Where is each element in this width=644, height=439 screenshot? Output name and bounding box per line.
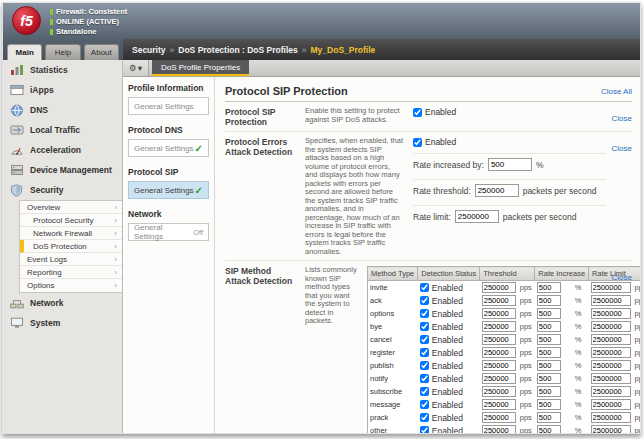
invite-enabled-checkbox[interactable] [420, 283, 429, 292]
register-threshold-input[interactable] [482, 347, 516, 358]
panel-item-protocol-sip-general-settings[interactable]: General Settings✓ [128, 181, 209, 199]
sidebar-item-network[interactable]: Network [3, 293, 122, 313]
panel-item-profile-information-general-settings[interactable]: General Settings [128, 97, 209, 115]
panel-section-protocol-dns: Protocol DNSGeneral Settings✓ [128, 125, 209, 157]
bye-rate-increase-input[interactable] [537, 321, 561, 332]
sidebar-item-statistics[interactable]: Statistics [3, 60, 122, 80]
sip-method-table: Method TypeDetection StatusThresholdRate… [367, 266, 641, 434]
sidebar-item-dns[interactable]: DNS [3, 100, 122, 120]
sidebar-item-label: Security [30, 185, 64, 195]
rate-threshold-input[interactable] [475, 184, 519, 197]
ack-enabled-checkbox[interactable] [420, 296, 429, 305]
protocol-errors-enabled-checkbox[interactable] [413, 138, 422, 147]
rate-limit-input[interactable] [455, 210, 499, 223]
sidebar-item-network-firewall[interactable]: Network Firewall› [20, 227, 122, 240]
row-protocol-sip-protection: Protocol SIP Protection Enable this sett… [225, 102, 632, 132]
main-sidebar: StatisticsiAppsDNSLocal TrafficAccelerat… [3, 60, 123, 433]
subscribe-threshold-input[interactable] [482, 386, 516, 397]
tab-main[interactable]: Main [7, 44, 42, 60]
panel-item-label: General Settings [134, 144, 194, 153]
message-enabled-checkbox[interactable] [420, 400, 429, 409]
message-threshold-input[interactable] [482, 399, 516, 410]
unit-label: % [573, 346, 589, 359]
network-icon [9, 297, 24, 310]
unit-label: % [573, 372, 589, 385]
bye-threshold-input[interactable] [482, 321, 516, 332]
invite-rate-increase-input[interactable] [537, 282, 561, 293]
field-suffix: packets per second [503, 212, 577, 222]
options-rate-increase-input[interactable] [537, 308, 561, 319]
method-name: subscribe [368, 385, 418, 398]
notify-threshold-input[interactable] [482, 373, 516, 384]
breadcrumb-part[interactable]: Security [132, 45, 166, 55]
sidebar-item-system[interactable]: System [3, 313, 122, 333]
message-rate-increase-input[interactable] [537, 399, 561, 410]
other-threshold-input[interactable] [482, 425, 516, 434]
subscribe-rate-increase-input[interactable] [537, 386, 561, 397]
publish-rate-increase-input[interactable] [537, 360, 561, 371]
sidebar-item-label: Device Management [30, 165, 112, 175]
prack-enabled-checkbox[interactable] [420, 413, 429, 422]
nav-tab-bar: Main Help About [3, 39, 123, 60]
prack-rate-increase-input[interactable] [537, 412, 561, 423]
sidebar-item-event-logs[interactable]: Event Logs› [20, 253, 122, 266]
other-enabled-checkbox[interactable] [420, 426, 429, 434]
options-gear-button[interactable]: ⚙ ▾ [123, 60, 149, 76]
cancel-enabled-checkbox[interactable] [420, 335, 429, 344]
sidebar-item-device-management[interactable]: Device Management [3, 160, 122, 180]
unit-label: pps [518, 333, 535, 346]
close-link[interactable]: Close [612, 273, 632, 282]
sidebar-item-acceleration[interactable]: Acceleration [3, 140, 122, 160]
ack-rate-increase-input[interactable] [537, 295, 561, 306]
sidebar-item-overview[interactable]: Overview› [20, 201, 122, 214]
sip-protection-enabled-checkbox[interactable] [413, 108, 422, 117]
enabled-field: Enabled [420, 348, 478, 358]
profile-toolbar: ⚙ ▾ DoS Profile Properties [123, 60, 640, 77]
field-label: Rate threshold: [413, 186, 471, 196]
cancel-rate-increase-input[interactable] [537, 334, 561, 345]
unit-label: pps [518, 307, 535, 320]
sidebar-item-reporting[interactable]: Reporting› [20, 266, 122, 279]
register-enabled-checkbox[interactable] [420, 348, 429, 357]
subscribe-enabled-checkbox[interactable] [420, 387, 429, 396]
unit-label: pps [518, 411, 535, 424]
sidebar-item-dos-protection[interactable]: DoS Protection› [20, 240, 122, 253]
device-status: Firewall: Consistent ONLINE (ACTIVE) Sta… [50, 7, 127, 36]
sidebar-item-security[interactable]: Security [3, 180, 122, 200]
panel-item-protocol-dns-general-settings[interactable]: General Settings✓ [128, 139, 209, 157]
tab-help[interactable]: Help [45, 44, 80, 60]
sidebar-item-options[interactable]: Options› [20, 279, 122, 292]
top-header: f5 Firewall: Consistent ONLINE (ACTIVE) … [3, 3, 640, 39]
publish-enabled-checkbox[interactable] [420, 361, 429, 370]
sidebar-item-iapps[interactable]: iApps [3, 80, 122, 100]
notify-enabled-checkbox[interactable] [420, 374, 429, 383]
sidebar-item-protocol-security[interactable]: Protocol Security› [20, 214, 122, 227]
options-threshold-input[interactable] [482, 308, 516, 319]
publish-threshold-input[interactable] [482, 360, 516, 371]
notify-rate-increase-input[interactable] [537, 373, 561, 384]
close-all-link[interactable]: Close All [601, 87, 632, 96]
register-rate-increase-input[interactable] [537, 347, 561, 358]
invite-threshold-input[interactable] [482, 282, 516, 293]
options-enabled-checkbox[interactable] [420, 309, 429, 318]
other-rate-increase-input[interactable] [537, 425, 561, 434]
close-link[interactable]: Close [612, 114, 632, 123]
panel-section-network: NetworkGeneral SettingsOff [128, 209, 209, 241]
cancel-threshold-input[interactable] [482, 334, 516, 345]
unit-label: % [573, 320, 589, 333]
rate-increased-by-input[interactable] [488, 158, 532, 171]
close-link[interactable]: Close [612, 144, 632, 153]
tab-about[interactable]: About [84, 44, 119, 60]
col-threshold: Threshold [480, 267, 535, 281]
unit-label: pps [633, 398, 641, 411]
breadcrumb-part[interactable]: DoS Protection : DoS Profiles [178, 45, 298, 55]
tab-dos-profile-properties[interactable]: DoS Profile Properties [152, 60, 249, 76]
sip-method-row-publish: publishEnabledpps%pps [368, 359, 642, 372]
sidebar-item-local-traffic[interactable]: Local Traffic [3, 120, 122, 140]
panel-item-network-general-settings[interactable]: General SettingsOff [128, 223, 209, 241]
ack-threshold-input[interactable] [482, 295, 516, 306]
unit-label: % [573, 359, 589, 372]
bye-enabled-checkbox[interactable] [420, 322, 429, 331]
unit-label: % [573, 398, 589, 411]
prack-threshold-input[interactable] [482, 412, 516, 423]
